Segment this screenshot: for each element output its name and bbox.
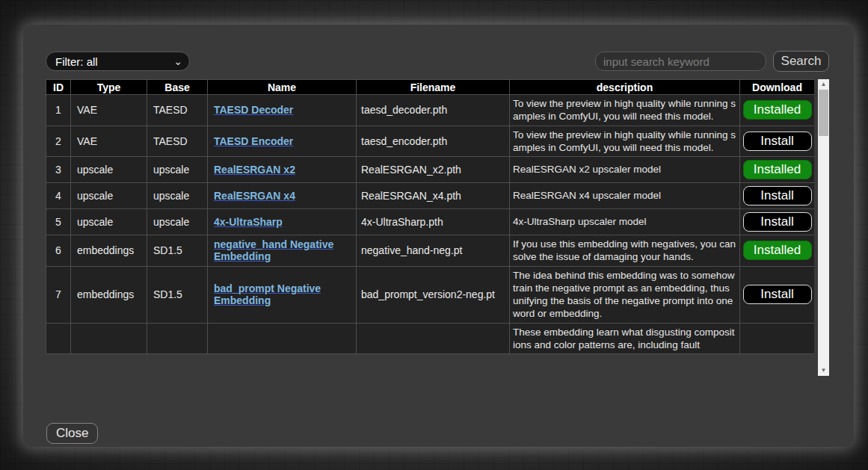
table-row: 3upscaleupscaleRealESRGAN x2RealESRGAN_x… xyxy=(46,157,815,183)
cell-filename: bad_prompt_version2-neg.pt xyxy=(357,266,510,323)
cell-id: 4 xyxy=(46,183,71,209)
cell-base: SD1.5 xyxy=(147,266,208,323)
cell-download xyxy=(740,323,815,354)
model-name-link[interactable]: RealESRGAN x4 xyxy=(214,190,295,202)
cell-base: upscale xyxy=(147,209,208,235)
filter-select-wrap: Filter: all ⌄ xyxy=(46,52,190,71)
scrollbar-thumb[interactable] xyxy=(819,90,828,136)
model-name-link[interactable]: negative_hand Negative Embedding xyxy=(214,238,333,262)
cell-id: 2 xyxy=(46,126,71,157)
install-button[interactable]: Installed xyxy=(743,160,812,179)
cell-filename: taesd_decoder.pth xyxy=(357,95,510,126)
cell-id xyxy=(46,323,71,354)
cell-download: Install xyxy=(740,266,815,323)
cell-description: RealESRGAN x4 upscaler model xyxy=(510,183,740,209)
column-header: Type xyxy=(71,80,147,95)
model-table: IDTypeBaseNameFilenamedescriptionDownloa… xyxy=(46,79,814,354)
cell-id: 3 xyxy=(46,157,71,183)
model-name-link[interactable]: RealESRGAN x2 xyxy=(214,164,295,176)
cell-type: upscale xyxy=(71,209,147,235)
cell-name: TAESD Encoder xyxy=(208,126,357,157)
cell-description: To view the preview in high quality whil… xyxy=(510,95,740,126)
cell-description: These embedding learn what disgusting co… xyxy=(510,323,740,354)
cell-type: embeddings xyxy=(71,266,147,323)
cell-name: TAESD Decoder xyxy=(208,95,357,126)
cell-download: Install xyxy=(740,209,815,235)
scroll-up-icon[interactable]: ▲ xyxy=(818,79,829,90)
column-header: description xyxy=(510,80,740,95)
cell-name: RealESRGAN x2 xyxy=(208,157,357,183)
table-row: 4upscaleupscaleRealESRGAN x4RealESRGAN_x… xyxy=(46,183,815,209)
model-table-zone: IDTypeBaseNameFilenamedescriptionDownloa… xyxy=(46,79,829,376)
cell-type: upscale xyxy=(71,183,147,209)
install-button[interactable]: Install xyxy=(743,285,812,304)
cell-name: bad_prompt Negative Embedding xyxy=(208,266,357,323)
cell-base xyxy=(147,323,208,354)
table-scrollbar[interactable]: ▲ ▼ xyxy=(818,79,829,376)
cell-name xyxy=(208,323,357,354)
cell-type: VAE xyxy=(71,95,147,126)
column-header: Name xyxy=(208,80,357,95)
filter-select[interactable]: Filter: all xyxy=(46,52,190,71)
model-manager-dialog: Filter: all ⌄ Search IDTypeBaseNameFilen… xyxy=(23,25,854,447)
column-header: ID xyxy=(46,80,71,95)
cell-download: Install xyxy=(740,183,815,209)
table-header-row: IDTypeBaseNameFilenamedescriptionDownloa… xyxy=(46,80,815,95)
install-button[interactable]: Installed xyxy=(743,241,812,260)
cell-name: 4x-UltraSharp xyxy=(208,209,357,235)
cell-download: Install xyxy=(740,126,815,157)
install-button[interactable]: Install xyxy=(743,132,812,151)
model-name-link[interactable]: TAESD Encoder xyxy=(214,135,293,147)
install-button[interactable]: Install xyxy=(743,212,812,232)
cell-filename: RealESRGAN_x4.pth xyxy=(357,183,510,209)
cell-download: Installed xyxy=(740,235,815,267)
model-name-link[interactable]: 4x-UltraSharp xyxy=(214,216,283,228)
table-row: 7embeddingsSD1.5bad_prompt Negative Embe… xyxy=(46,266,815,323)
search-button[interactable]: Search xyxy=(773,51,829,72)
model-name-link[interactable]: bad_prompt Negative Embedding xyxy=(214,282,321,306)
close-button[interactable]: Close xyxy=(46,423,98,444)
model-name-link[interactable]: TAESD Decoder xyxy=(214,104,293,116)
cell-description: 4x-UltraSharp upscaler model xyxy=(510,209,740,235)
cell-description: RealESRGAN x2 upscaler model xyxy=(510,157,740,183)
search-input[interactable] xyxy=(595,52,766,71)
cell-id: 1 xyxy=(46,95,71,126)
cell-description: The idea behind this embedding was to so… xyxy=(510,266,740,323)
install-button[interactable]: Installed xyxy=(743,100,812,120)
cell-filename: 4x-UltraSharp.pth xyxy=(357,209,510,235)
cell-description: If you use this embedding with negatives… xyxy=(510,235,740,267)
column-header: Download xyxy=(740,80,815,95)
table-row: 6embeddingsSD1.5negative_hand Negative E… xyxy=(46,235,815,267)
cell-id: 7 xyxy=(46,266,71,323)
cell-base: TAESD xyxy=(147,95,208,126)
column-header: Base xyxy=(147,80,208,95)
cell-type: VAE xyxy=(71,126,147,157)
cell-download: Installed xyxy=(740,95,815,126)
toolbar: Filter: all ⌄ Search xyxy=(46,51,829,72)
cell-base: upscale xyxy=(147,183,208,209)
cell-description: To view the preview in high quality whil… xyxy=(510,126,740,157)
table-row: 5upscaleupscale4x-UltraSharp4x-UltraShar… xyxy=(46,209,815,235)
scroll-down-icon[interactable]: ▼ xyxy=(818,365,829,376)
table-row: 2VAETAESDTAESD Encodertaesd_encoder.pthT… xyxy=(46,126,815,157)
cell-filename: negative_hand-neg.pt xyxy=(357,235,510,267)
cell-base: TAESD xyxy=(147,126,208,157)
cell-filename xyxy=(357,323,510,354)
model-table-clip: IDTypeBaseNameFilenamedescriptionDownloa… xyxy=(46,79,814,376)
model-table-body: 1VAETAESDTAESD Decodertaesd_decoder.pthT… xyxy=(46,95,815,354)
cell-base: SD1.5 xyxy=(147,235,208,267)
cell-name: negative_hand Negative Embedding xyxy=(208,235,357,267)
cell-filename: taesd_encoder.pth xyxy=(357,126,510,157)
column-header: Filename xyxy=(357,80,510,95)
install-button[interactable]: Install xyxy=(743,186,812,205)
table-row: 1VAETAESDTAESD Decodertaesd_decoder.pthT… xyxy=(46,95,815,126)
cell-id: 6 xyxy=(46,235,71,267)
cell-filename: RealESRGAN_x2.pth xyxy=(357,157,510,183)
cell-base: upscale xyxy=(147,157,208,183)
table-row: These embedding learn what disgusting co… xyxy=(46,323,815,354)
cell-download: Installed xyxy=(740,157,815,183)
cell-type: upscale xyxy=(71,157,147,183)
cell-type xyxy=(71,323,147,354)
cell-id: 5 xyxy=(46,209,71,235)
cell-name: RealESRGAN x4 xyxy=(208,183,357,209)
